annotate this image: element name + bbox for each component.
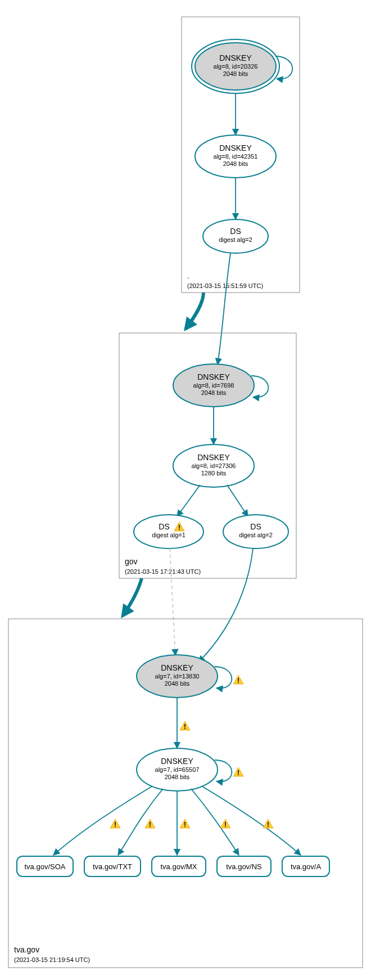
warning-icon (220, 819, 230, 829)
root-dnskey-ksk: DNSKEY alg=8, id=20326 2048 bits (192, 39, 292, 93)
svg-text:tva.gov/MX: tva.gov/MX (160, 862, 197, 871)
svg-text:alg=7, id=13830: alg=7, id=13830 (155, 673, 200, 680)
zone-gov: gov (2021-03-15 17:21:43 UTC) DNSKEY alg… (119, 333, 296, 578)
svg-text:alg=8, id=7698: alg=8, id=7698 (193, 382, 234, 389)
root-dnskey-zsk: DNSKEY alg=8, id=42351 2048 bits (195, 135, 276, 178)
svg-text:2048 bits: 2048 bits (165, 680, 190, 687)
svg-text:DS: DS (250, 522, 261, 531)
svg-text:DNSKEY: DNSKEY (219, 53, 252, 62)
warning-icon (110, 819, 120, 829)
zone-tva: tva.gov (2021-03-15 21:19:54 UTC) DNSKEY… (8, 619, 363, 968)
svg-text:2048 bits: 2048 bits (201, 389, 227, 396)
dnssec-graph: ! . (2021-03-15 15:51:59 UTC) DNSKEY alg… (0, 0, 371, 980)
gov-dnskey-zsk: DNSKEY alg=8, id=27306 1280 bits (173, 444, 254, 487)
zone-arrow-root-gov (186, 293, 203, 329)
svg-text:alg=8, id=27306: alg=8, id=27306 (192, 462, 236, 469)
edge-root-ds-to-gov-ksk (218, 253, 230, 365)
svg-text:tva.gov/SOA: tva.gov/SOA (25, 862, 66, 871)
warning-icon (145, 819, 155, 829)
record-a: tva.gov/A (282, 856, 329, 876)
svg-text:2048 bits: 2048 bits (223, 70, 248, 77)
warning-icon (233, 675, 243, 685)
warning-icon (180, 721, 190, 731)
warning-icon (180, 819, 190, 829)
edge-gov-ds2-to-tva-ksk (198, 549, 253, 662)
record-ns: tva.gov/NS (217, 856, 271, 876)
zone-root-timestamp: (2021-03-15 15:51:59 UTC) (187, 282, 263, 289)
record-mx: tva.gov/MX (152, 856, 206, 876)
tva-dnskey-zsk: DNSKEY alg=7, id=65507 2048 bits (137, 748, 243, 791)
gov-ds-alg1: DS digest alg=1 (134, 515, 203, 549)
svg-text:tva.gov/NS: tva.gov/NS (226, 862, 262, 871)
svg-text:digest alg=2: digest alg=2 (239, 532, 273, 538)
zone-arrow-gov-tva (123, 578, 142, 616)
edge-gov-ds1-to-tva-ksk (170, 549, 175, 655)
zone-tva-timestamp: (2021-03-15 21:19:54 UTC) (14, 956, 90, 963)
svg-text:tva.gov/A: tva.gov/A (291, 862, 322, 871)
record-txt: tva.gov/TXT (84, 856, 141, 876)
svg-text:alg=8, id=42351: alg=8, id=42351 (214, 153, 258, 160)
svg-text:alg=7, id=65507: alg=7, id=65507 (155, 766, 200, 773)
root-ds: DS digest alg=2 (203, 219, 268, 253)
svg-text:2048 bits: 2048 bits (223, 160, 248, 167)
svg-text:2048 bits: 2048 bits (165, 774, 190, 780)
zone-root: . (2021-03-15 15:51:59 UTC) DNSKEY alg=8… (182, 17, 300, 293)
svg-text:DNSKEY: DNSKEY (161, 663, 193, 672)
svg-text:tva.gov/TXT: tva.gov/TXT (93, 862, 132, 871)
svg-text:digest alg=2: digest alg=2 (219, 236, 252, 243)
svg-text:DS: DS (230, 227, 241, 236)
svg-text:DNSKEY: DNSKEY (197, 372, 230, 381)
svg-text:digest alg=1: digest alg=1 (152, 532, 186, 538)
zone-gov-timestamp: (2021-03-15 17:21:43 UTC) (125, 568, 201, 575)
svg-text:DNSKEY: DNSKEY (197, 453, 230, 462)
svg-text:DS: DS (159, 522, 169, 531)
warning-icon (233, 767, 243, 777)
svg-text:DNSKEY: DNSKEY (161, 757, 193, 766)
zone-root-name: . (187, 271, 189, 280)
gov-ds-alg2: DS digest alg=2 (223, 515, 288, 549)
record-soa: tva.gov/SOA (17, 856, 73, 876)
zone-gov-name: gov (125, 557, 138, 566)
svg-text:alg=8, id=20326: alg=8, id=20326 (214, 63, 258, 70)
zone-tva-name: tva.gov (14, 945, 39, 954)
svg-text:DNSKEY: DNSKEY (219, 143, 252, 152)
svg-text:1280 bits: 1280 bits (201, 470, 227, 476)
gov-dnskey-ksk: DNSKEY alg=8, id=7698 2048 bits (173, 364, 268, 407)
tva-dnskey-ksk: DNSKEY alg=7, id=13830 2048 bits (137, 655, 243, 698)
warning-icon (263, 819, 273, 829)
